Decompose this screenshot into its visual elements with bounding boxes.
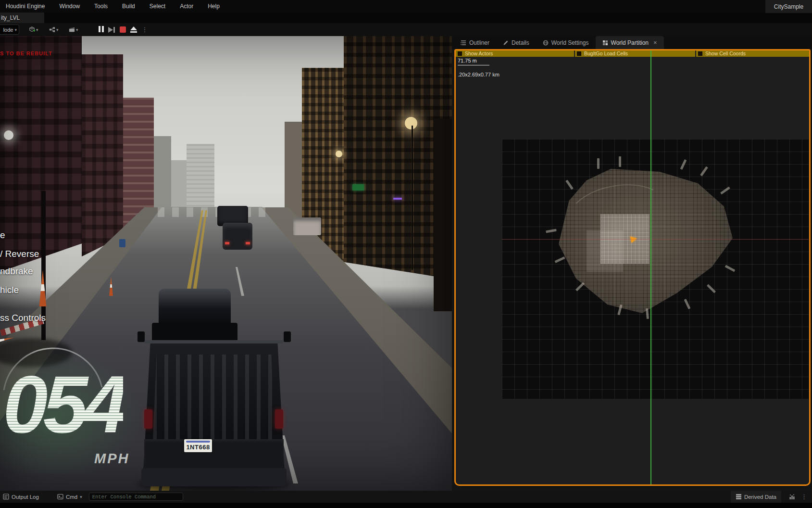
eject-icon bbox=[130, 26, 137, 33]
unreal-editor-window: Houdini Engine Window Tools Build Select… bbox=[0, 0, 812, 508]
right-dock-panel: Outliner Details World Settings bbox=[452, 36, 812, 491]
asset-tab-row: ity_LVL bbox=[0, 13, 812, 23]
ellipsis-vertical-icon: ⋮ bbox=[142, 26, 148, 33]
chevron-down-icon: ▾ bbox=[80, 495, 82, 499]
output-log-icon bbox=[3, 494, 9, 500]
stop-icon bbox=[120, 26, 126, 33]
menu-bar: Houdini Engine Window Tools Build Select… bbox=[0, 0, 812, 13]
status-bar: Output Log Cmd ▾ Derived Data bbox=[0, 491, 812, 503]
derived-data-button[interactable]: Derived Data bbox=[731, 491, 781, 503]
main-toolbar: lode ▾ ▾ ▾ ▾ bbox=[0, 23, 812, 36]
truck-tailgate bbox=[144, 439, 284, 471]
roundabout bbox=[735, 240, 742, 248]
outliner-icon bbox=[461, 40, 466, 46]
tab-details[interactable]: Details bbox=[496, 36, 536, 49]
menu-houdini-engine[interactable]: Houdini Engine bbox=[6, 3, 45, 10]
chevron-down-icon: ▾ bbox=[76, 27, 78, 32]
cinematics-button[interactable]: ▾ bbox=[69, 25, 78, 35]
map-pier bbox=[700, 166, 708, 177]
world-partition-toggle-bar: Show Actors BugItGo Load Cells Show Cell… bbox=[456, 51, 809, 57]
output-log-button[interactable]: Output Log bbox=[3, 494, 39, 500]
bottom-strip bbox=[0, 503, 812, 508]
checkbox-icon[interactable] bbox=[698, 51, 702, 56]
speed-unit: MPH bbox=[94, 451, 129, 467]
frame-skip-button[interactable] bbox=[107, 25, 116, 34]
map-pier bbox=[546, 229, 557, 233]
derived-data-icon bbox=[736, 494, 742, 500]
truck-taillight-right bbox=[275, 409, 283, 429]
tab-world-partition[interactable]: World Partition × bbox=[596, 36, 664, 49]
toggle-show-actors[interactable]: Show Actors bbox=[456, 51, 574, 57]
minimap-scale-ruler bbox=[458, 65, 489, 65]
truck-cab-roof bbox=[159, 289, 231, 325]
speed-value: 054 bbox=[3, 364, 123, 445]
output-log-label: Output Log bbox=[12, 494, 39, 500]
add-actor-button[interactable]: ▾ bbox=[29, 25, 38, 35]
chevron-down-icon: ▾ bbox=[36, 27, 38, 32]
map-pier bbox=[684, 299, 691, 309]
tab-label: Details bbox=[512, 39, 529, 46]
toggle-label: Show Actors bbox=[465, 51, 493, 57]
menu-select[interactable]: Select bbox=[150, 3, 165, 10]
blueprints-button[interactable]: ▾ bbox=[49, 25, 59, 35]
license-plate-text: 1NT668 bbox=[186, 444, 210, 452]
tab-label: World Partition bbox=[611, 39, 649, 46]
world-partition-panel[interactable]: Show Actors BugItGo Load Cells Show Cell… bbox=[454, 49, 811, 486]
hud-hint: e bbox=[0, 230, 5, 241]
world-partition-minimap[interactable] bbox=[502, 139, 809, 399]
tab-outliner[interactable]: Outliner bbox=[454, 36, 496, 49]
map-pier bbox=[725, 265, 736, 272]
menu-actor[interactable]: Actor bbox=[180, 3, 193, 10]
map-pier bbox=[565, 180, 574, 190]
project-badge[interactable]: CitySample bbox=[765, 0, 812, 13]
mode-select-dropdown[interactable]: lode ▾ bbox=[0, 25, 19, 35]
menu-help[interactable]: Help bbox=[208, 3, 220, 10]
minimap-scale-label: 71.75 m bbox=[458, 58, 477, 64]
chevron-down-icon: ▾ bbox=[14, 27, 17, 32]
map-pier bbox=[575, 282, 585, 291]
tab-label: Outliner bbox=[469, 39, 489, 46]
toggle-label: Show Cell Coords bbox=[705, 51, 746, 57]
stop-button[interactable] bbox=[118, 25, 127, 34]
derived-data-label: Derived Data bbox=[744, 494, 776, 500]
map-pier bbox=[707, 284, 716, 293]
step-forward-icon bbox=[108, 27, 113, 33]
cmd-dropdown[interactable]: Cmd ▾ bbox=[57, 494, 82, 500]
playback-options-button[interactable]: ⋮ bbox=[140, 25, 150, 34]
speedometer: 054 MPH bbox=[0, 339, 163, 483]
menu-window[interactable]: Window bbox=[59, 3, 80, 10]
step-forward-bar-icon bbox=[113, 27, 115, 33]
checkbox-icon[interactable] bbox=[577, 51, 581, 56]
insights-button[interactable] bbox=[789, 494, 795, 500]
tab-world-settings[interactable]: World Settings bbox=[536, 36, 596, 49]
map-pier bbox=[720, 187, 730, 195]
pause-button[interactable] bbox=[96, 25, 106, 34]
status-bar-options-button[interactable]: ⋮ bbox=[801, 493, 807, 500]
cmd-label: Cmd bbox=[66, 494, 77, 500]
hud-hint: ndbrake bbox=[0, 266, 33, 277]
truck-mirror-right bbox=[284, 331, 291, 342]
ellipsis-vertical-icon: ⋮ bbox=[801, 493, 807, 500]
world-size-label: .20x2.69x0.77 km bbox=[458, 72, 500, 77]
close-icon[interactable]: × bbox=[653, 39, 657, 46]
menu-tools[interactable]: Tools bbox=[94, 3, 108, 10]
menu-build[interactable]: Build bbox=[122, 3, 135, 10]
map-pier bbox=[680, 159, 687, 170]
toggle-bugitgo-load-cells[interactable]: BugItGo Load Cells bbox=[575, 51, 695, 57]
checkbox-icon[interactable] bbox=[458, 51, 462, 56]
axis-line-green bbox=[650, 51, 651, 484]
world-partition-grid-icon bbox=[602, 40, 608, 46]
toggle-show-cell-coords[interactable]: Show Cell Coords bbox=[696, 51, 809, 57]
tab-level[interactable]: ity_LVL bbox=[0, 13, 44, 23]
pencil-icon bbox=[503, 40, 509, 46]
map-pier bbox=[646, 308, 649, 319]
console-command-input[interactable] bbox=[89, 493, 183, 501]
map-pier bbox=[554, 256, 565, 263]
terminal-icon bbox=[57, 494, 63, 500]
game-viewport[interactable]: 1NT668 S TO BE REBUILT e / Reverse ndbra… bbox=[0, 36, 452, 491]
clapperboard-icon bbox=[69, 26, 75, 33]
eject-button[interactable] bbox=[129, 25, 138, 34]
panel-tab-bar: Outliner Details World Settings bbox=[452, 36, 812, 49]
tab-label: World Settings bbox=[551, 39, 589, 46]
city-map bbox=[559, 169, 733, 313]
